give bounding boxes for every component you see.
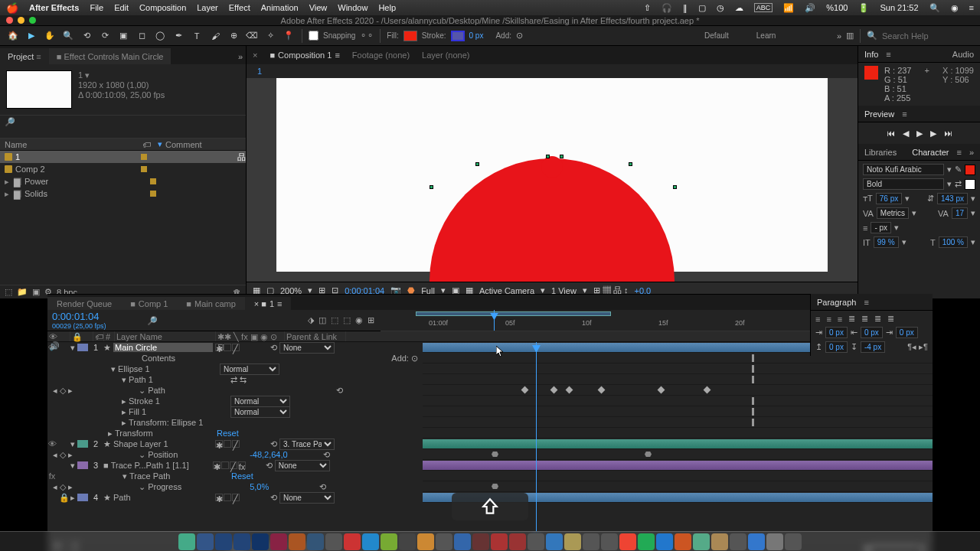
prop-path[interactable]: ◂ ◇ ▸⌄ Path⟲: [47, 385, 933, 396]
stroke-swatch[interactable]: [451, 31, 465, 41]
menu-animation[interactable]: Animation: [261, 3, 299, 12]
window-titlebar[interactable]: Adobe After Effects 2020 - /Users/alanny…: [0, 15, 980, 26]
dock-app-icon[interactable]: [325, 533, 342, 550]
zoom-tool-icon[interactable]: 🔍: [61, 29, 75, 43]
tab-render-queue[interactable]: Render Queue: [47, 297, 121, 310]
dock-app-icon[interactable]: [564, 533, 581, 550]
text-fill-swatch[interactable]: [965, 165, 975, 175]
dock-app-icon[interactable]: [675, 533, 691, 550]
status-parallels-icon[interactable]: ‖: [683, 3, 688, 13]
project-search-input[interactable]: [5, 127, 241, 136]
motionblur-icon[interactable]: ◉: [355, 315, 363, 325]
current-time-indicator[interactable]: [494, 310, 495, 331]
selection-tool-icon[interactable]: ▶: [24, 29, 38, 43]
justify-right-icon[interactable]: ≣: [874, 314, 881, 324]
small-blob-shape[interactable]: [541, 156, 563, 178]
dock-app-icon[interactable]: [693, 533, 710, 550]
clock[interactable]: Sun 21:52: [880, 3, 918, 12]
tab-effect-controls[interactable]: ■ Effect Controls Main Circle: [49, 48, 172, 64]
align-right-icon[interactable]: ≡: [838, 315, 842, 324]
dock-app-icon[interactable]: [509, 533, 526, 550]
search-icon[interactable]: 🔍: [867, 31, 877, 41]
dock-app-icon[interactable]: [399, 533, 416, 550]
dock-app-icon[interactable]: [289, 533, 305, 550]
swap-icon[interactable]: ⇄: [955, 179, 962, 189]
tracking[interactable]: 17: [952, 207, 968, 219]
text-stroke-swatch[interactable]: [965, 179, 975, 190]
play-icon[interactable]: ▶: [916, 129, 923, 139]
prev-frame-icon[interactable]: ◀: [903, 129, 909, 139]
align-center-icon[interactable]: ≡: [826, 315, 831, 324]
dock-trash-icon[interactable]: [785, 533, 802, 550]
dock-app-icon[interactable]: [528, 533, 544, 550]
tab-active-comp[interactable]: × ■ 1 ≡: [245, 297, 292, 310]
anchor-tool-icon[interactable]: ▣: [116, 29, 130, 43]
menu-view[interactable]: View: [309, 3, 328, 12]
clone-tool-icon[interactable]: ⊕: [227, 29, 240, 43]
orbit-tool-icon[interactable]: ⟲: [80, 29, 93, 43]
justify-center-icon[interactable]: ≣: [861, 314, 868, 324]
fill-swatch[interactable]: [403, 31, 417, 41]
project-item-power[interactable]: ▸▇Power: [0, 175, 246, 187]
stroke-width[interactable]: 0 px: [469, 31, 484, 40]
siri-icon[interactable]: ◉: [951, 3, 959, 13]
dock-app-icon[interactable]: [454, 533, 471, 550]
tab-comp1[interactable]: ■ Comp 1: [121, 297, 177, 310]
spotlight-icon[interactable]: 🔍: [929, 3, 940, 13]
project-column-headers[interactable]: Name 🏷▾ Comment: [0, 139, 246, 151]
dock-app-icon[interactable]: [215, 533, 232, 550]
status-timer-icon[interactable]: ◷: [717, 3, 724, 13]
status-display-icon[interactable]: ▢: [698, 3, 706, 13]
dock-app-icon[interactable]: [381, 533, 397, 550]
text-dir-icon[interactable]: ¶◂ ▸¶: [907, 342, 928, 352]
dock-finder-icon[interactable]: [178, 533, 195, 550]
status-cloud-icon[interactable]: ☁: [735, 3, 743, 13]
dock-app-icon[interactable]: [234, 533, 250, 550]
graph-editor-icon[interactable]: ⊞: [368, 315, 374, 325]
tab-info[interactable]: Info: [864, 50, 878, 59]
dock-app-icon[interactable]: [583, 533, 599, 550]
tab-maincamp[interactable]: ■ Main camp: [177, 297, 244, 310]
dock-app-icon[interactable]: [307, 533, 324, 550]
workspace-overflow-icon[interactable]: »: [837, 31, 841, 41]
status-headphones-icon[interactable]: 🎧: [662, 3, 672, 13]
char-overflow-icon[interactable]: »: [969, 148, 974, 157]
project-item-comp2[interactable]: Comp 2: [0, 163, 246, 175]
dock-app-icon[interactable]: [436, 533, 452, 550]
puppet-tool-icon[interactable]: 📍: [282, 29, 296, 43]
layer-tracepath[interactable]: ▾3■Trace P...Path 1 [1.1]✱╱fx⟲None: [47, 460, 933, 471]
tab-libraries[interactable]: Libraries: [864, 148, 897, 157]
next-frame-icon[interactable]: ▶: [930, 129, 936, 139]
shy-icon[interactable]: ⬚: [331, 315, 338, 325]
text-tool-icon[interactable]: T: [190, 29, 204, 43]
macos-menubar[interactable]: 🍎 After Effects File Edit Composition La…: [0, 0, 980, 15]
menu-effect[interactable]: Effect: [229, 3, 250, 12]
dock-app-icon[interactable]: [197, 533, 214, 550]
last-frame-icon[interactable]: ⏭: [944, 129, 952, 138]
status-upload-icon[interactable]: ⇧: [644, 3, 651, 13]
window-close-button[interactable]: [6, 17, 13, 24]
comp-thumbnail[interactable]: [6, 70, 72, 109]
flowchart-icon[interactable]: 品: [237, 152, 246, 163]
fx-icon[interactable]: ⬚: [343, 315, 351, 325]
workspace-learn[interactable]: Learn: [756, 31, 776, 40]
search-help-input[interactable]: [882, 31, 974, 41]
roto-tool-icon[interactable]: ✧: [263, 29, 277, 43]
dock-app-icon[interactable]: [711, 533, 728, 550]
menu-layer[interactable]: Layer: [197, 3, 218, 12]
timeline-search[interactable]: [147, 316, 193, 325]
add-menu-icon[interactable]: ⊙: [516, 31, 523, 41]
home-button[interactable]: 🏠: [6, 29, 20, 43]
dock-app-icon[interactable]: [601, 533, 618, 550]
pen-tool-icon[interactable]: ✒: [172, 29, 185, 43]
tab-audio[interactable]: Audio: [952, 50, 974, 59]
rect-tool-icon[interactable]: ◻: [135, 29, 149, 43]
menu-window[interactable]: Window: [338, 3, 368, 12]
work-area[interactable]: [416, 311, 611, 316]
project-item-solids[interactable]: ▸▇Solids: [0, 187, 246, 200]
eraser-tool-icon[interactable]: ⌫: [245, 29, 259, 43]
comp-flowchart-icon[interactable]: ⬗: [308, 315, 314, 325]
align-left-icon[interactable]: ≡: [815, 315, 820, 324]
workspace-default[interactable]: Default: [704, 31, 729, 40]
parent-select[interactable]: None: [279, 342, 335, 354]
